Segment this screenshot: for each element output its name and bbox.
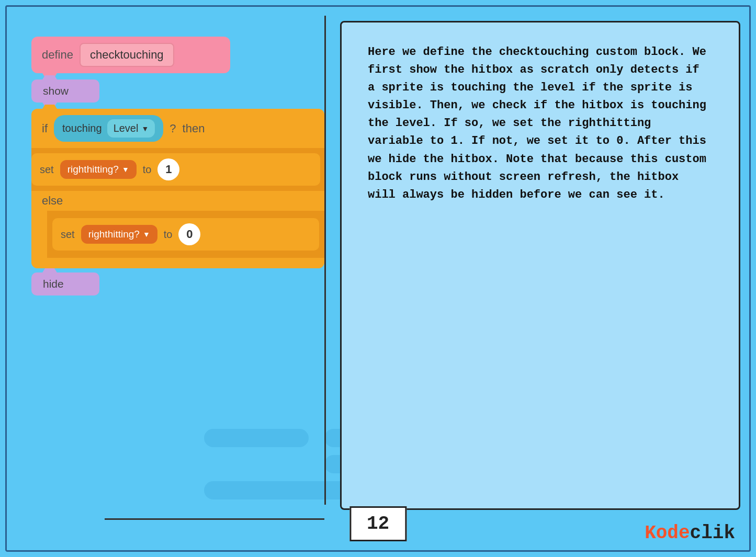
level-dropdown[interactable]: Level ▼: [107, 119, 155, 138]
then-label: then: [183, 122, 205, 135]
variable-dropdown-2[interactable]: righthitting? ▼: [81, 225, 157, 244]
variable-dropdown-arrow-1-icon: ▼: [122, 165, 129, 174]
set-label-2: set: [61, 229, 75, 241]
if-label: if: [42, 122, 48, 135]
value-circle-2: 0: [178, 223, 200, 245]
logo: Kodeclik: [645, 522, 735, 544]
variable-dropdown-arrow-2-icon: ▼: [143, 230, 150, 238]
touching-label: touching: [62, 122, 102, 134]
logo-kode: Kode: [645, 522, 690, 544]
if-footer: [31, 258, 324, 268]
define-label: define: [42, 48, 73, 62]
variable-dropdown-1[interactable]: righthitting? ▼: [60, 160, 137, 179]
set-block-1: set righthitting? ▼ to 1: [31, 153, 320, 186]
set-block-2: set righthitting? ▼ to 0: [52, 218, 319, 251]
level-label: Level: [114, 122, 139, 134]
block-show: show: [31, 79, 99, 103]
left-panel: define checktouching show if touching Le…: [16, 16, 340, 541]
main-container: define checktouching show if touching Le…: [16, 16, 740, 541]
dropdown-arrow-icon: ▼: [141, 124, 149, 133]
if-header: if touching Level ▼ ? then: [31, 109, 324, 148]
page-number: 12: [349, 506, 407, 541]
to-label-1: to: [143, 164, 152, 176]
define-name: checktouching: [80, 43, 174, 67]
else-label: else: [31, 191, 324, 211]
block-hide: hide: [31, 272, 99, 295]
question-mark: ?: [170, 122, 176, 135]
right-panel: Here we define the checktouching custom …: [340, 21, 740, 510]
value-circle-1: 1: [157, 158, 179, 180]
block-if-container: if touching Level ▼ ? then set righthitt…: [31, 109, 324, 268]
touching-block: touching Level ▼: [54, 115, 163, 142]
else-body: set righthitting? ▼ to 0: [47, 211, 324, 258]
set-label-1: set: [40, 164, 54, 176]
block-define: define checktouching: [31, 37, 230, 73]
if-body: set righthitting? ▼ to 1: [31, 148, 324, 191]
logo-clik: clik: [690, 522, 735, 544]
to-label-2: to: [164, 229, 173, 241]
description-text: Here we define the checktouching custom …: [368, 43, 713, 204]
